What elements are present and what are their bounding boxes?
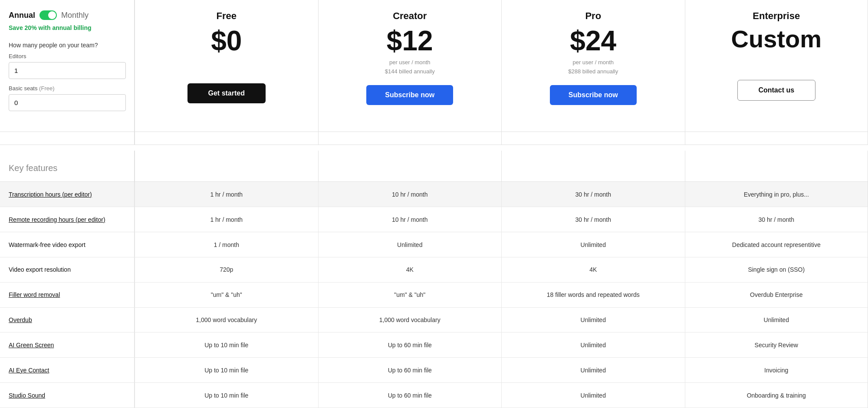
pricing-table: Annual Monthly Save 20% with annual bill… — [0, 0, 868, 408]
feature-value-pro: Unlimited — [501, 383, 685, 408]
feature-label[interactable]: AI Eye Contact — [0, 358, 135, 383]
feature-value-pro: 4K — [501, 257, 685, 283]
editors-input[interactable] — [9, 62, 126, 79]
header-enterprise: EnterpriseCustomContact us — [685, 0, 868, 132]
section-header-enterprise — [685, 151, 868, 182]
billing-toggle: Annual Monthly — [9, 10, 89, 20]
cta-button-pro[interactable]: Subscribe now — [550, 85, 637, 105]
save-badge: Save 20% with annual billing — [9, 24, 92, 31]
header-free: Free$0Get started — [135, 0, 318, 132]
plan-name-pro: Pro — [585, 10, 601, 22]
cta-button-creator[interactable]: Subscribe now — [366, 85, 453, 105]
feature-value-creator: "um" & "uh" — [318, 283, 502, 308]
plan-name-enterprise: Enterprise — [753, 10, 800, 22]
feature-value-pro: 30 hr / month — [501, 182, 685, 207]
team-question: How many people on your team? — [9, 42, 98, 49]
feature-value-creator: 10 hr / month — [318, 182, 502, 207]
feature-value-creator: Up to 60 min file — [318, 332, 502, 358]
feature-value-free: 720p — [135, 257, 318, 283]
plan-price-sub-pro: per user / month$288 billed annually — [568, 58, 618, 76]
feature-value-creator: 10 hr / month — [318, 207, 502, 232]
feature-value-pro: Unlimited — [501, 308, 685, 333]
feature-value-enterprise: Security Review — [685, 332, 868, 358]
plan-name-creator: Creator — [393, 10, 427, 22]
feature-value-creator: 1,000 word vocabulary — [318, 308, 502, 333]
feature-value-creator: Up to 60 min file — [318, 358, 502, 383]
feature-label[interactable]: Studio Sound — [0, 383, 135, 408]
basic-seats-input[interactable] — [9, 94, 126, 111]
section-spacer-enterprise — [685, 132, 868, 145]
config-panel: Annual Monthly Save 20% with annual bill… — [0, 0, 135, 132]
plan-price-enterprise: Custom — [731, 27, 822, 51]
section-label: Key features — [0, 151, 135, 182]
feature-value-free: Up to 10 min file — [135, 383, 318, 408]
section-spacer-free — [135, 132, 318, 145]
header-pro: Pro$24per user / month$288 billed annual… — [501, 0, 685, 132]
feature-label[interactable]: Transcription hours (per editor) — [0, 182, 135, 207]
monthly-label: Monthly — [61, 11, 89, 20]
feature-value-free: 1 hr / month — [135, 207, 318, 232]
basic-seats-label: Basic seats (Free) — [9, 85, 55, 92]
header-creator: Creator$12per user / month$144 billed an… — [318, 0, 502, 132]
feature-value-enterprise: Onboarding & training — [685, 383, 868, 408]
feature-label[interactable]: Remote recording hours (per editor) — [0, 207, 135, 232]
feature-value-enterprise: 30 hr / month — [685, 207, 868, 232]
section-header-creator — [318, 151, 502, 182]
section-header-pro — [501, 151, 685, 182]
feature-label: Watermark-free video export — [0, 232, 135, 257]
plan-price-pro: $24 — [570, 27, 616, 55]
feature-value-creator: Up to 60 min file — [318, 383, 502, 408]
feature-value-pro: Unlimited — [501, 358, 685, 383]
feature-value-enterprise: Single sign on (SSO) — [685, 257, 868, 283]
plan-price-creator: $12 — [387, 27, 433, 55]
feature-value-pro: 18 filler words and repeated words — [501, 283, 685, 308]
editors-label: Editors — [9, 53, 26, 59]
plan-name-free: Free — [217, 10, 237, 22]
feature-value-pro: 30 hr / month — [501, 207, 685, 232]
plan-price-sub-creator: per user / month$144 billed annually — [385, 58, 435, 76]
feature-value-pro: Unlimited — [501, 332, 685, 358]
feature-value-free: Up to 10 min file — [135, 332, 318, 358]
feature-label[interactable]: Overdub — [0, 308, 135, 333]
feature-value-enterprise: Overdub Enterprise — [685, 283, 868, 308]
section-spacer-creator — [318, 132, 502, 145]
feature-value-free: 1 hr / month — [135, 182, 318, 207]
feature-label[interactable]: AI Green Screen — [0, 332, 135, 358]
feature-value-enterprise: Invoicing — [685, 358, 868, 383]
toggle-switch[interactable] — [39, 10, 57, 20]
feature-value-creator: 4K — [318, 257, 502, 283]
feature-label[interactable]: Filler word removal — [0, 283, 135, 308]
feature-value-enterprise: Everything in pro, plus... — [685, 182, 868, 207]
section-spacer-pro — [501, 132, 685, 145]
annual-label: Annual — [9, 11, 35, 20]
section-spacer-left — [0, 132, 135, 145]
feature-value-pro: Unlimited — [501, 232, 685, 257]
feature-value-free: Up to 10 min file — [135, 358, 318, 383]
feature-label: Video export resolution — [0, 257, 135, 283]
feature-value-creator: Unlimited — [318, 232, 502, 257]
plan-price-free: $0 — [211, 27, 242, 55]
feature-value-free: 1 / month — [135, 232, 318, 257]
cta-button-free[interactable]: Get started — [187, 83, 266, 103]
feature-value-enterprise: Dedicated account representitive — [685, 232, 868, 257]
feature-value-enterprise: Unlimited — [685, 308, 868, 333]
section-header-free — [135, 151, 318, 182]
cta-button-enterprise[interactable]: Contact us — [737, 80, 815, 101]
feature-value-free: 1,000 word vocabulary — [135, 308, 318, 333]
feature-value-free: "um" & "uh" — [135, 283, 318, 308]
